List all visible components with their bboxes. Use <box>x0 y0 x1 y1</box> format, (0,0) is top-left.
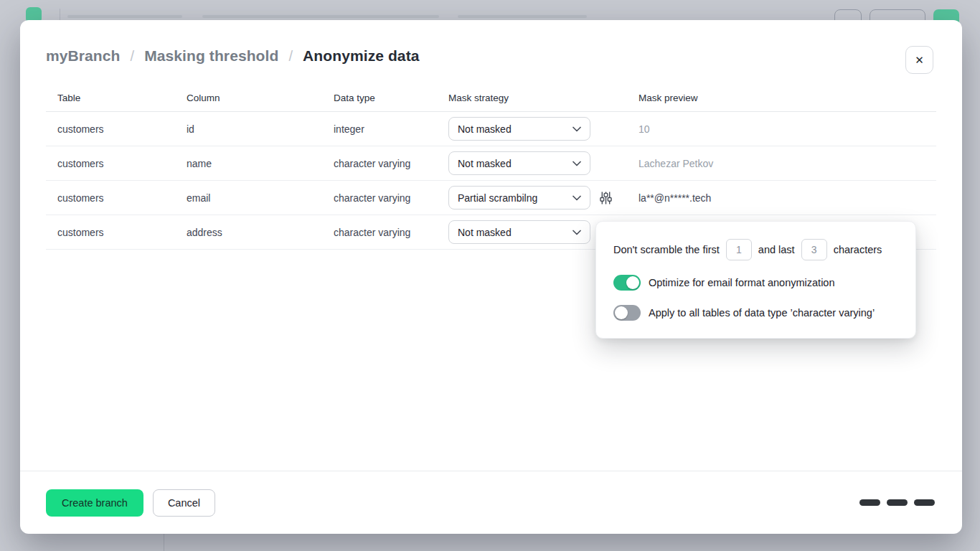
breadcrumb-separator: / <box>131 48 135 65</box>
scramble-range-row: Don't scramble the first and last charac… <box>613 239 898 260</box>
mask-strategy-select[interactable]: Not masked <box>448 220 590 244</box>
sliders-icon <box>600 191 612 205</box>
cell-column: id <box>187 123 334 135</box>
cell-column: name <box>187 158 334 169</box>
cell-mask-strategy: Not masked <box>448 151 639 175</box>
scramble-settings-popover: Don't scramble the first and last charac… <box>595 221 916 339</box>
step-indicator <box>859 499 935 506</box>
breadcrumb-item-anonymize-data: Anonymize data <box>303 47 419 65</box>
table-row: customers name character varying Not mas… <box>46 146 936 181</box>
toggle-knob <box>615 306 628 319</box>
cell-data-type: character varying <box>334 192 448 204</box>
cell-data-type: integer <box>334 123 448 135</box>
table-row: customers email character varying Partia… <box>46 181 936 215</box>
modal-footer: Create branch Cancel <box>20 471 962 534</box>
cell-table: customers <box>46 227 187 238</box>
mask-strategy-select[interactable]: Not masked <box>448 117 590 141</box>
topbar-divider <box>60 9 60 20</box>
header-table: Table <box>46 93 187 103</box>
header-data-type: Data type <box>334 93 448 103</box>
toggle-switch[interactable] <box>613 305 641 321</box>
mask-settings-icon[interactable] <box>600 191 612 205</box>
table-row: customers id integer Not masked <box>46 112 936 146</box>
breadcrumb-separator: / <box>288 48 293 65</box>
toggle-knob <box>626 276 639 289</box>
cell-mask-strategy: Partial scrambilng <box>448 186 639 209</box>
table-header-row: Table Column Data type Mask strategy Mas… <box>46 85 936 112</box>
toggle-switch[interactable] <box>613 275 641 291</box>
breadcrumb-item-masking-threshold[interactable]: Masking threshold <box>144 47 278 65</box>
mask-strategy-select[interactable]: Partial scrambilng <box>448 186 590 209</box>
cell-column: email <box>187 192 334 204</box>
chevron-down-icon <box>573 161 581 166</box>
cell-table: customers <box>46 123 187 135</box>
breadcrumb-item-branch[interactable]: myBranch <box>46 47 121 65</box>
cell-mask-preview: 10 <box>639 123 936 135</box>
header-mask-preview: Mask preview <box>639 93 936 103</box>
topbar-skeleton-text <box>67 15 182 18</box>
step-dash[interactable] <box>887 499 908 506</box>
toggle-label: Apply to all tables of data type ’charac… <box>649 307 875 319</box>
cell-column: address <box>187 227 334 238</box>
cell-data-type: character varying <box>334 158 448 169</box>
cell-mask-preview: la**@n*****.tech <box>639 192 936 204</box>
toggle-label: Optimize for email format anonymization <box>649 277 835 288</box>
step-dash[interactable] <box>914 499 935 506</box>
close-icon: ✕ <box>915 54 924 67</box>
cancel-button[interactable]: Cancel <box>153 489 215 517</box>
header-mask-strategy: Mask strategy <box>448 93 639 103</box>
toggle-row: Apply to all tables of data type ’charac… <box>613 305 898 321</box>
modal-header: myBranch / Masking threshold / Anonymize… <box>20 20 962 65</box>
cell-table: customers <box>46 158 187 169</box>
chevron-down-icon <box>573 230 581 235</box>
cell-mask-preview: Lachezar Petkov <box>639 158 936 169</box>
cell-mask-strategy: Not masked <box>448 117 639 141</box>
scramble-label-middle: and last <box>758 244 795 255</box>
scramble-label-start: Don't scramble the first <box>613 244 720 255</box>
sidebar-divider <box>164 534 164 551</box>
last-characters-input[interactable] <box>801 239 827 260</box>
cell-table: customers <box>46 192 187 204</box>
topbar-skeleton-text <box>202 15 439 18</box>
breadcrumb: myBranch / Masking threshold / Anonymize… <box>46 47 936 65</box>
chevron-down-icon <box>573 126 581 132</box>
toggle-row: Optimize for email format anonymization <box>613 275 898 291</box>
anonymize-data-modal: myBranch / Masking threshold / Anonymize… <box>20 20 962 534</box>
mask-strategy-select[interactable]: Not masked <box>448 151 590 175</box>
header-column: Column <box>187 93 334 103</box>
step-dash[interactable] <box>859 499 880 506</box>
create-branch-button[interactable]: Create branch <box>46 489 143 517</box>
scramble-label-end: characters <box>834 244 882 255</box>
toggle-list: Optimize for email format anonymization … <box>613 275 898 321</box>
cell-data-type: character varying <box>334 227 448 238</box>
chevron-down-icon <box>573 195 581 201</box>
close-button[interactable]: ✕ <box>905 46 933 74</box>
first-characters-input[interactable] <box>726 239 752 260</box>
topbar-skeleton-text <box>458 15 587 18</box>
